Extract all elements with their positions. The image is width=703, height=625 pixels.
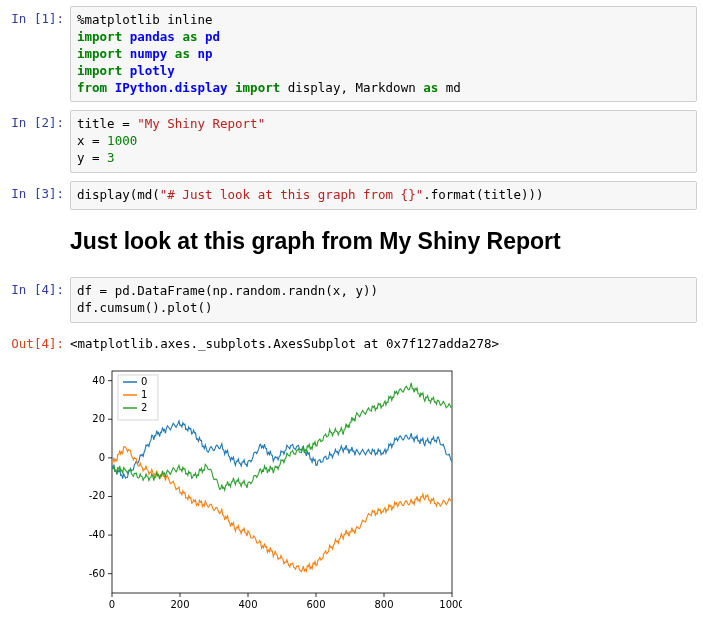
- svg-text:-60: -60: [89, 567, 105, 578]
- output-prompt-empty: [6, 218, 70, 223]
- svg-text:0: 0: [141, 376, 147, 387]
- code-input[interactable]: title = "My Shiny Report" x = 1000 y = 3: [70, 110, 697, 173]
- svg-text:40: 40: [92, 374, 105, 385]
- svg-text:1000: 1000: [439, 599, 462, 610]
- svg-text:0: 0: [109, 599, 115, 610]
- svg-text:400: 400: [238, 599, 257, 610]
- code-cell-1: In [1]: %matplotlib inline import pandas…: [6, 6, 697, 102]
- svg-text:0: 0: [99, 451, 105, 462]
- input-prompt: In [3]:: [6, 181, 70, 202]
- svg-text:1: 1: [141, 389, 147, 400]
- input-prompt: In [1]:: [6, 6, 70, 27]
- output-cell-4-text: Out[4]: <matplotlib.axes._subplots.AxesS…: [6, 331, 697, 353]
- output-repr: <matplotlib.axes._subplots.AxesSubplot a…: [70, 331, 697, 353]
- svg-text:600: 600: [306, 599, 325, 610]
- input-prompt: In [4]:: [6, 277, 70, 298]
- svg-text:200: 200: [170, 599, 189, 610]
- svg-text:-20: -20: [89, 490, 105, 501]
- output-prompt: Out[4]:: [6, 331, 70, 352]
- code-cell-3: In [3]: display(md("# Just look at this …: [6, 181, 697, 210]
- code-input[interactable]: df = pd.DataFrame(np.random.randn(x, y))…: [70, 277, 697, 323]
- svg-text:20: 20: [92, 413, 105, 424]
- svg-text:800: 800: [374, 599, 393, 610]
- code-input[interactable]: %matplotlib inline import pandas as pd i…: [70, 6, 697, 102]
- svg-rect-0: [112, 371, 452, 593]
- code-input[interactable]: display(md("# Just look at this graph fr…: [70, 181, 697, 210]
- line-chart: -60-40-200204002004006008001000012: [70, 363, 462, 615]
- code-cell-4: In [4]: df = pd.DataFrame(np.random.rand…: [6, 277, 697, 323]
- markdown-output: Just look at this graph from My Shiny Re…: [6, 218, 697, 269]
- svg-text:-40: -40: [89, 529, 105, 540]
- svg-text:2: 2: [141, 402, 147, 413]
- code-cell-2: In [2]: title = "My Shiny Report" x = 10…: [6, 110, 697, 173]
- output-cell-4-chart: -60-40-200204002004006008001000012: [6, 361, 697, 615]
- markdown-heading: Just look at this graph from My Shiny Re…: [70, 228, 697, 255]
- input-prompt: In [2]:: [6, 110, 70, 131]
- output-prompt-empty: [6, 361, 70, 366]
